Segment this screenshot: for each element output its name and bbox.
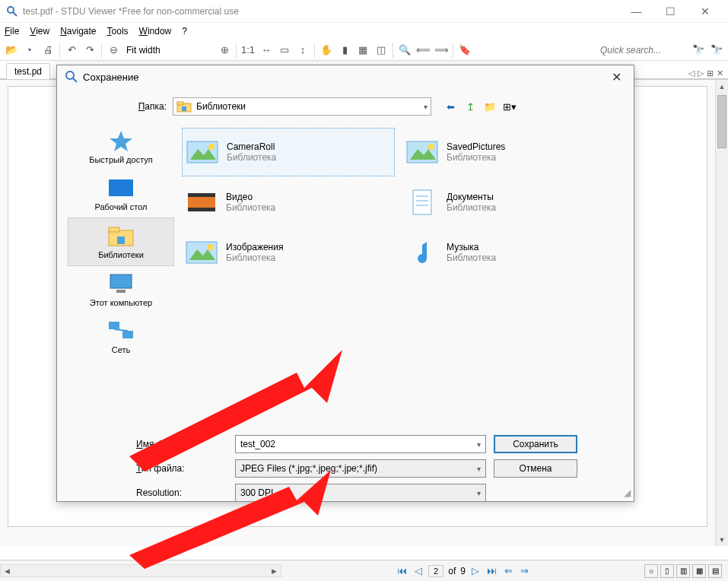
find-next-icon[interactable]: ⟹: [433, 42, 450, 59]
zoom-in-icon[interactable]: ⊕: [216, 42, 233, 59]
nav-back-icon[interactable]: ⇐: [503, 565, 514, 576]
libraries-icon: [107, 224, 135, 247]
select-region-icon[interactable]: ◫: [373, 42, 389, 59]
fit-width-icon[interactable]: ↔: [258, 42, 275, 59]
fit-height-icon[interactable]: ↕: [294, 42, 311, 59]
svg-rect-14: [109, 322, 119, 329]
dialog-title: Сохранение: [83, 71, 139, 83]
last-page-icon[interactable]: ⏭: [485, 565, 498, 576]
view-facing-icon[interactable]: ▦: [692, 564, 706, 578]
place-label: Этот компьютер: [90, 298, 152, 307]
bookmark-icon[interactable]: 🔖: [456, 42, 473, 59]
fit-page-icon[interactable]: ▭: [276, 42, 293, 59]
place-network[interactable]: Сеть: [68, 313, 174, 360]
snapshot-icon[interactable]: ▦: [354, 42, 371, 59]
dialog-close-button[interactable]: ✕: [607, 68, 626, 86]
open-dropdown-icon[interactable]: ▾: [21, 42, 38, 59]
library-video[interactable]: ВидеоБиблиотека: [182, 178, 395, 227]
view-single-icon[interactable]: ▯: [660, 564, 674, 578]
menu-view[interactable]: View: [30, 26, 49, 37]
folder-dropdown[interactable]: Библиотеки ▾: [173, 97, 431, 116]
library-cameraroll[interactable]: CameraRollБиблиотека: [182, 128, 395, 176]
filetype-dropdown[interactable]: JPEG Files (*.jpg;*.jpeg;*.jpe;*.jfif) ▾: [235, 459, 486, 478]
next-page-icon[interactable]: ▷: [470, 565, 481, 576]
menu-navigate[interactable]: Navigate: [60, 26, 96, 37]
zoom-out-icon[interactable]: ⊖: [105, 42, 122, 59]
window-maximize-button[interactable]: ☐: [653, 1, 688, 22]
view-continuous-icon[interactable]: ▥: [676, 564, 690, 578]
menubar: File View Navigate Tools Window ?: [0, 23, 728, 40]
item-name: CameraRoll: [227, 141, 276, 152]
nav-fwd-icon[interactable]: ⇒: [519, 565, 530, 576]
place-libraries[interactable]: Библиотеки: [68, 217, 174, 266]
scroll-down-icon[interactable]: ▼: [716, 533, 728, 546]
library-images[interactable]: ИзображенияБиблиотека: [182, 228, 395, 277]
rotate-left-icon[interactable]: ↶: [63, 42, 80, 59]
place-quick-access[interactable]: Быстрый доступ: [68, 123, 174, 170]
quick-search-input[interactable]: [597, 43, 688, 57]
place-desktop[interactable]: Рабочий стол: [68, 170, 174, 217]
window-minimize-button[interactable]: —: [619, 1, 653, 22]
filename-input[interactable]: test_002 ▾: [235, 435, 486, 453]
view-book-icon[interactable]: ▤: [708, 564, 722, 578]
vertical-scrollbar[interactable]: ▲ ▼: [715, 80, 728, 546]
menu-help[interactable]: ?: [182, 26, 187, 37]
nav-back-folder-icon[interactable]: ⬅: [443, 100, 457, 113]
first-page-icon[interactable]: ⏮: [396, 565, 409, 576]
select-text-icon[interactable]: ▮: [336, 42, 353, 59]
window-titlebar: test.pdf - STDU Viewer *Free for non-com…: [0, 0, 728, 23]
svg-rect-11: [117, 237, 125, 244]
filetype-value: JPEG Files (*.jpg;*.jpeg;*.jpe;*.jfif): [240, 463, 377, 474]
tab-next-icon[interactable]: ▷: [698, 68, 704, 78]
scroll-right-icon[interactable]: ▶: [268, 567, 281, 575]
dialog-icon: [65, 70, 78, 84]
filename-label: Имя файла:: [136, 439, 227, 449]
save-button[interactable]: Сохранить: [494, 435, 577, 453]
library-savedpictures[interactable]: SavedPicturesБиблиотека: [402, 128, 615, 176]
find-prev-icon[interactable]: ⟸: [415, 42, 431, 59]
tab-grid-icon[interactable]: ⊞: [707, 68, 714, 78]
find-icon[interactable]: 🔍: [396, 42, 413, 59]
scroll-left-icon[interactable]: ◀: [1, 567, 14, 575]
new-folder-icon[interactable]: 📁: [483, 100, 497, 113]
menu-file[interactable]: File: [5, 26, 19, 37]
up-folder-icon[interactable]: ↥: [463, 100, 477, 113]
star-icon: [107, 129, 135, 152]
library-music[interactable]: МузыкаБиблиотека: [402, 228, 615, 277]
binoculars-next-icon[interactable]: 🔭: [708, 42, 725, 59]
resize-grip-icon[interactable]: ◢: [624, 487, 631, 498]
picture-library-icon: [405, 137, 439, 167]
tab-close-icon[interactable]: ✕: [717, 68, 723, 78]
views-icon[interactable]: ⊞▾: [503, 100, 517, 113]
pan-icon[interactable]: ✋: [318, 42, 335, 59]
rotate-right-icon[interactable]: ↷: [81, 42, 98, 59]
menu-tools[interactable]: Tools: [107, 26, 129, 37]
resolution-dropdown[interactable]: 300 DPI ▾: [235, 484, 486, 502]
scroll-thumb[interactable]: [717, 95, 726, 148]
document-tab[interactable]: test.pd: [6, 63, 50, 79]
tab-prev-icon[interactable]: ◁: [688, 68, 695, 78]
window-close-button[interactable]: ✕: [688, 1, 722, 22]
svg-point-0: [8, 7, 14, 13]
actual-size-icon[interactable]: 1:1: [240, 42, 256, 59]
brightness-icon[interactable]: ☼: [644, 564, 658, 578]
prev-page-icon[interactable]: ◁: [413, 565, 424, 576]
scroll-up-icon[interactable]: ▲: [716, 80, 728, 93]
cancel-button[interactable]: Отмена: [494, 459, 577, 478]
svg-rect-6: [182, 106, 186, 111]
print-icon[interactable]: 🖨: [40, 42, 56, 59]
library-documents[interactable]: ДокументыБиблиотека: [402, 178, 615, 227]
svg-point-22: [428, 144, 434, 150]
chevron-down-icon: ▾: [477, 489, 481, 497]
place-computer[interactable]: Этот компьютер: [68, 266, 174, 313]
svg-marker-7: [110, 131, 132, 151]
horizontal-scrollbar[interactable]: ◀ ▶: [0, 564, 281, 577]
open-icon[interactable]: 📂: [3, 42, 20, 59]
zoom-mode-dropdown[interactable]: [123, 44, 215, 56]
network-icon: [107, 319, 135, 342]
menu-window[interactable]: Window: [139, 26, 172, 37]
page-number-input[interactable]: 2: [428, 565, 443, 577]
window-title: test.pdf - STDU Viewer *Free for non-com…: [23, 6, 619, 17]
save-dialog: Сохранение ✕ Папка: Библиотеки ▾ ⬅ ↥ 📁 ⊞…: [56, 65, 634, 502]
binoculars-icon[interactable]: 🔭: [690, 42, 707, 59]
